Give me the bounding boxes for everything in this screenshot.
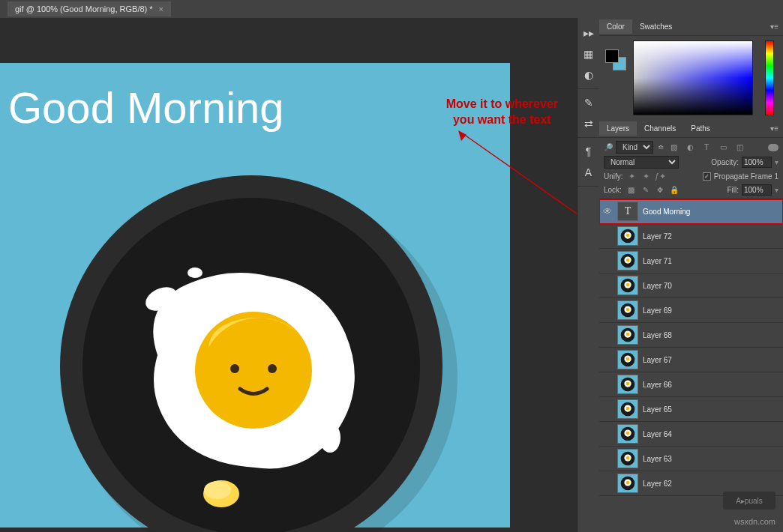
layer-name[interactable]: Layer 72 bbox=[643, 232, 672, 241]
image-layer-thumb[interactable] bbox=[617, 449, 638, 468]
foreground-color-swatch[interactable] bbox=[605, 49, 619, 63]
filter-smart-icon[interactable]: ◫ bbox=[733, 142, 746, 154]
filter-kind-value: ≏ bbox=[658, 143, 664, 151]
document-tab[interactable]: gif @ 100% (Good Morning, RGB/8) * × bbox=[8, 1, 171, 16]
color-field[interactable] bbox=[633, 40, 753, 115]
text-layer-content[interactable]: Good Morning bbox=[8, 82, 285, 133]
image-layer-thumb[interactable] bbox=[617, 350, 638, 369]
layer-row[interactable]: Layer 66 bbox=[599, 372, 783, 397]
layer-row[interactable]: Layer 72 bbox=[599, 224, 783, 249]
visibility-toggle[interactable] bbox=[602, 429, 613, 439]
layer-name[interactable]: Layer 67 bbox=[643, 356, 672, 364]
tab-channels[interactable]: Channels bbox=[637, 121, 683, 136]
panel-menu-icon[interactable]: ▾≡ bbox=[766, 124, 783, 133]
dropdown-icon[interactable]: ▾ bbox=[775, 186, 778, 194]
unify-visibility-icon[interactable]: ✦ bbox=[640, 171, 652, 181]
properties-icon[interactable]: ▦ bbox=[579, 43, 598, 64]
swatches-icon[interactable]: ⇄ bbox=[579, 113, 598, 134]
layer-row[interactable]: Layer 63 bbox=[599, 447, 783, 471]
layer-row[interactable]: Layer 70 bbox=[599, 273, 783, 298]
hue-slider[interactable] bbox=[765, 40, 774, 115]
unify-label: Unify: bbox=[604, 172, 623, 181]
tab-title: gif @ 100% (Good Morning, RGB/8) * bbox=[15, 4, 153, 13]
panel-menu-icon[interactable]: ▾≡ bbox=[766, 22, 783, 31]
unify-style-icon[interactable]: ƒ✦ bbox=[655, 171, 667, 181]
image-layer-thumb[interactable] bbox=[617, 474, 638, 493]
lock-all-icon[interactable]: 🔒 bbox=[668, 184, 681, 196]
layer-row[interactable]: Layer 64 bbox=[599, 422, 783, 447]
image-layer-thumb[interactable] bbox=[617, 300, 638, 320]
filter-kind-icon[interactable]: 🔎 bbox=[604, 143, 613, 151]
adjustments-icon[interactable]: ◐ bbox=[579, 64, 598, 85]
lock-brush-icon[interactable]: ✎ bbox=[639, 184, 652, 196]
layer-name[interactable]: Layer 65 bbox=[643, 405, 672, 414]
layer-name[interactable]: Layer 70 bbox=[643, 282, 672, 290]
tab-swatches[interactable]: Swatches bbox=[632, 19, 680, 34]
layer-row[interactable]: Layer 68 bbox=[599, 323, 783, 348]
visibility-toggle[interactable] bbox=[602, 354, 613, 365]
filter-toggle[interactable] bbox=[768, 144, 778, 151]
layer-name[interactable]: Layer 71 bbox=[643, 257, 672, 265]
layer-name[interactable]: Layer 68 bbox=[643, 331, 672, 339]
character-icon[interactable]: A bbox=[579, 162, 598, 183]
canvas[interactable]: Good Morning bbox=[0, 63, 510, 528]
paragraph-icon[interactable]: ¶ bbox=[579, 141, 598, 162]
filter-kind-select[interactable]: Kind bbox=[616, 141, 653, 154]
layer-row[interactable]: 👁TGood Morning bbox=[599, 199, 783, 224]
filter-type-icon[interactable]: T bbox=[700, 142, 713, 154]
history-icon[interactable]: ▸▸ bbox=[579, 22, 598, 43]
dropdown-icon[interactable]: ▾ bbox=[775, 158, 778, 166]
lock-position-icon[interactable]: ✥ bbox=[653, 184, 667, 196]
svg-point-30 bbox=[626, 357, 630, 361]
propagate-checkbox[interactable]: ✓ bbox=[703, 172, 711, 181]
layers-panel: 🔎 Kind ≏ ▧ ◐ T ▭ ◫ Normal Opacity: ▾ bbox=[599, 138, 783, 532]
image-layer-thumb[interactable] bbox=[617, 325, 638, 345]
tab-paths[interactable]: Paths bbox=[683, 121, 718, 136]
tab-color[interactable]: Color bbox=[599, 19, 632, 34]
fill-input[interactable] bbox=[742, 184, 772, 196]
brush-icon[interactable]: ✎ bbox=[579, 92, 598, 113]
visibility-toggle[interactable] bbox=[602, 256, 613, 266]
text-layer-thumb[interactable]: T bbox=[617, 202, 638, 221]
visibility-toggle[interactable] bbox=[602, 231, 613, 241]
layer-name[interactable]: Layer 63 bbox=[643, 455, 672, 463]
blend-mode-select[interactable]: Normal bbox=[604, 156, 679, 169]
lock-pixels-icon[interactable]: ▩ bbox=[625, 184, 638, 196]
visibility-toggle[interactable] bbox=[602, 305, 613, 315]
layer-row[interactable]: Layer 71 bbox=[599, 249, 783, 273]
visibility-toggle[interactable] bbox=[602, 280, 613, 291]
filter-adjust-icon[interactable]: ◐ bbox=[683, 142, 697, 154]
image-layer-thumb[interactable] bbox=[617, 375, 638, 394]
image-layer-thumb[interactable] bbox=[617, 251, 638, 270]
svg-point-39 bbox=[626, 432, 630, 435]
image-layer-thumb[interactable] bbox=[617, 399, 638, 419]
watermark: wsxdn.com bbox=[734, 517, 776, 526]
visibility-toggle[interactable] bbox=[602, 330, 613, 340]
close-icon[interactable]: × bbox=[159, 4, 164, 13]
image-layer-thumb[interactable] bbox=[617, 276, 638, 295]
visibility-toggle[interactable] bbox=[602, 404, 613, 414]
visibility-toggle[interactable] bbox=[602, 453, 613, 464]
filter-image-icon[interactable]: ▧ bbox=[667, 142, 680, 154]
tab-layers[interactable]: Layers bbox=[599, 121, 637, 136]
layer-name[interactable]: Layer 64 bbox=[643, 430, 672, 438]
canvas-workspace[interactable]: Good Morning Move it to wherever you w bbox=[0, 18, 577, 532]
layer-name[interactable]: Layer 66 bbox=[643, 381, 672, 389]
layer-row[interactable]: Layer 69 bbox=[599, 298, 783, 323]
image-layer-thumb[interactable] bbox=[617, 226, 638, 246]
filter-shape-icon[interactable]: ▭ bbox=[716, 142, 730, 154]
visibility-toggle[interactable] bbox=[602, 478, 613, 489]
layer-name[interactable]: Good Morning bbox=[643, 208, 690, 216]
annotation-line1: Move it to wherever bbox=[446, 97, 558, 112]
unify-position-icon[interactable]: ✦ bbox=[626, 171, 638, 181]
layer-name[interactable]: Layer 62 bbox=[643, 480, 672, 488]
svg-point-45 bbox=[626, 481, 630, 485]
visibility-toggle[interactable]: 👁 bbox=[602, 206, 613, 217]
image-layer-thumb[interactable] bbox=[617, 424, 638, 444]
layer-row[interactable]: Layer 67 bbox=[599, 348, 783, 372]
layer-name[interactable]: Layer 69 bbox=[643, 306, 672, 315]
layer-row[interactable]: Layer 65 bbox=[599, 397, 783, 422]
svg-point-8 bbox=[268, 364, 277, 373]
visibility-toggle[interactable] bbox=[602, 379, 613, 390]
opacity-input[interactable] bbox=[742, 157, 772, 168]
